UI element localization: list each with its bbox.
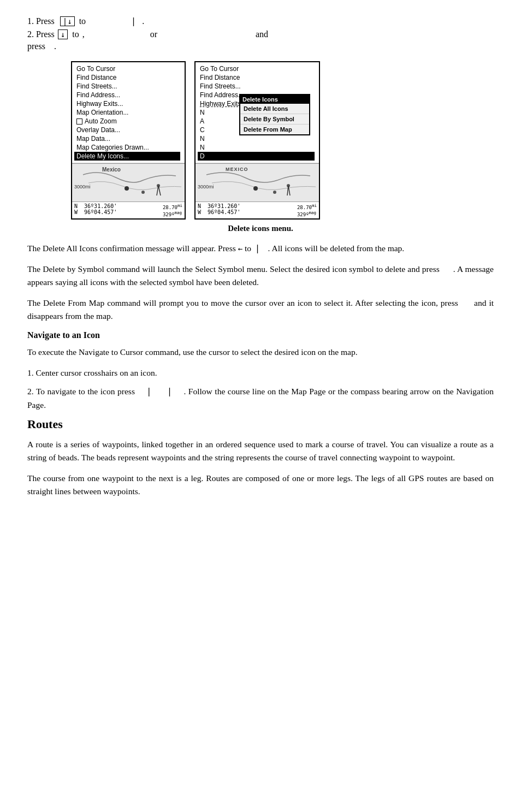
press-word: press xyxy=(27,42,45,51)
line2-to: to xyxy=(72,29,79,39)
line2-comma: , xyxy=(82,29,85,39)
routes-heading: Routes xyxy=(27,417,494,431)
left-menu-overlay: Overlay Data... xyxy=(76,126,180,134)
line1-to: to xyxy=(79,16,86,26)
left-menu-mapdata: Map Data... xyxy=(76,134,180,143)
para2: The Delete by Symbol command will launch… xyxy=(27,263,494,289)
left-menu-screenshot: Go To Cursor Find Distance Find Streets.… xyxy=(71,61,186,220)
right-map-svg xyxy=(196,164,319,201)
pipe2b: | xyxy=(167,387,172,396)
line2-down-button: ↓ xyxy=(58,29,68,39)
left-menu-address: Find Address... xyxy=(76,91,180,99)
left-menu-distance: Find Distance xyxy=(76,73,180,82)
section-heading-navigate: Navigate to an Icon xyxy=(27,330,494,340)
arrow-left-symbol: ← xyxy=(238,244,242,253)
para6: The course from one waypoint to the next… xyxy=(27,472,494,498)
pipe1: | xyxy=(255,244,260,253)
press-dot: . xyxy=(48,42,56,51)
delete-from-map-btn: Delete From Map xyxy=(240,125,309,134)
right-menu-screenshot: Go To Cursor Find Distance Find Streets.… xyxy=(194,61,320,220)
left-map-area: Mexico 3000mi xyxy=(72,163,185,201)
left-menu-items: Go To Cursor Find Distance Find Streets.… xyxy=(72,62,185,163)
line2-or: or xyxy=(150,29,157,39)
delete-by-symbol-btn: Delete By Symbol xyxy=(240,114,309,125)
left-menu-autozoom: Auto Zoom xyxy=(76,117,180,126)
right-menu-partial5: N xyxy=(200,143,315,152)
right-menu-goto: Go To Cursor xyxy=(200,64,315,73)
left-menu-streets: Find Streets... xyxy=(76,82,180,91)
line2-and: and xyxy=(256,29,268,39)
svg-point-4 xyxy=(273,191,276,194)
caption: Delete icons menu. xyxy=(27,224,494,233)
para4: To execute the Navigate to Cursor comman… xyxy=(27,346,494,359)
delete-icons-popup: Delete Icons Delete All Icons Delete By … xyxy=(239,94,310,135)
line1-pipe: | xyxy=(131,16,136,26)
left-menu-deleteicons: Delete My Icons... xyxy=(74,152,180,161)
line1-dot: . xyxy=(142,16,144,26)
left-menu-goto: Go To Cursor xyxy=(76,64,180,73)
line2: 2. Press ↓ to , or and xyxy=(27,29,494,39)
numbered2-prefix: 2. To navigate to the icon press xyxy=(27,387,135,396)
right-coords: N 36º31.260' W 96º04.457' 28.70mi 329ºma… xyxy=(196,201,319,218)
right-menu-streets: Find Streets... xyxy=(200,82,315,91)
left-coords: N 36º31.260' W 96º04.457' 28.70mi 329ºma… xyxy=(72,201,185,218)
right-map-area: MEXICO 3000mi xyxy=(196,163,319,201)
svg-point-0 xyxy=(125,186,129,191)
para3: The Delete From Map command will prompt … xyxy=(27,297,494,323)
left-menu-categories: Map Categories Drawn... xyxy=(76,143,180,152)
line1-press: 1. Press xyxy=(27,16,55,26)
line-press-row: press . xyxy=(27,42,494,51)
screenshots-row: Go To Cursor Find Distance Find Streets.… xyxy=(71,61,494,220)
left-menu-highway: Highway Exits... xyxy=(76,99,180,108)
numbered-item-2: 2. To navigate to the icon press | | . F… xyxy=(27,385,494,411)
left-map-svg xyxy=(72,164,185,201)
para1: The Delete All Icons confirmation messag… xyxy=(27,242,494,255)
popup-title: Delete Icons xyxy=(240,95,309,104)
pipe2a: | xyxy=(146,387,151,396)
right-menu-distance: Find Distance xyxy=(200,73,315,82)
left-scale: 3000mi xyxy=(74,184,91,189)
right-menu-partial6: D xyxy=(198,152,315,161)
numbered-item-1: 1. Center cursor crosshairs on an icon. xyxy=(27,366,494,380)
autozoom-checkbox xyxy=(76,118,82,125)
line1: 1. Press |↓ to | . xyxy=(27,16,494,26)
para5: A route is a series of waypoints, linked… xyxy=(27,438,494,464)
line1-down-button: |↓ xyxy=(60,16,75,26)
right-scale: 3000mi xyxy=(198,184,214,189)
delete-all-icons-btn: Delete All Icons xyxy=(240,104,309,114)
svg-point-1 xyxy=(141,191,145,194)
line2-prefix: 2. Press xyxy=(27,29,55,39)
right-menu-partial4: N xyxy=(200,134,315,143)
svg-point-3 xyxy=(253,186,258,191)
left-menu-orientation: Map Orientation... xyxy=(76,108,180,117)
